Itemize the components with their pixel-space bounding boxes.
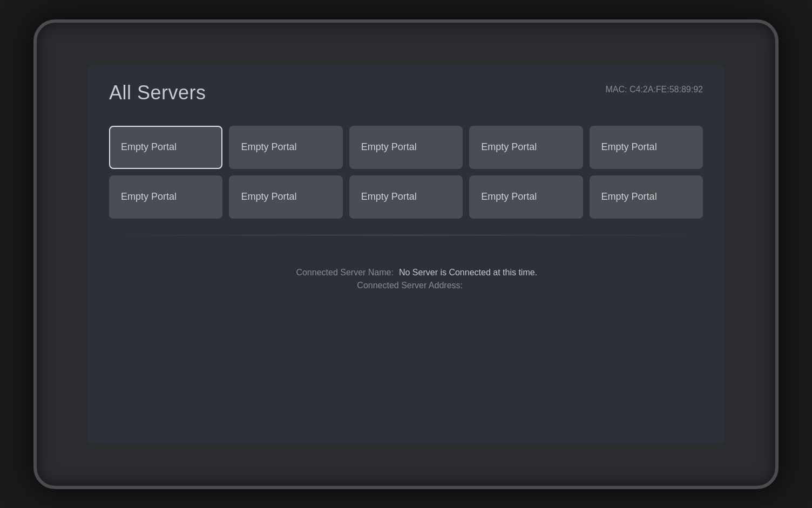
server-card-label-1: Empty Portal: [241, 141, 296, 153]
server-card-5[interactable]: Empty Portal: [109, 175, 222, 219]
server-address-label: Connected Server Address:: [344, 281, 463, 290]
server-card-label-2: Empty Portal: [361, 141, 417, 153]
server-card-label-4: Empty Portal: [601, 141, 657, 153]
server-card-label-7: Empty Portal: [361, 191, 417, 202]
divider: [109, 235, 703, 235]
server-name-label: Connected Server Name:: [275, 268, 394, 277]
connection-info: Connected Server Name: No Server is Conn…: [109, 268, 703, 290]
server-card-6[interactable]: Empty Portal: [229, 175, 342, 219]
server-card-label-3: Empty Portal: [481, 141, 537, 153]
mac-address: MAC: C4:2A:FE:58:89:92: [605, 85, 703, 94]
server-card-7[interactable]: Empty Portal: [349, 175, 463, 219]
server-grid: Empty PortalEmpty PortalEmpty PortalEmpt…: [109, 126, 703, 219]
server-card-9[interactable]: Empty Portal: [590, 175, 703, 219]
server-card-3[interactable]: Empty Portal: [469, 126, 583, 169]
server-name-row: Connected Server Name: No Server is Conn…: [275, 268, 537, 277]
server-address-row: Connected Server Address:: [344, 281, 468, 290]
server-card-label-6: Empty Portal: [241, 191, 296, 202]
server-card-label-8: Empty Portal: [481, 191, 537, 202]
server-card-label-0: Empty Portal: [121, 141, 177, 153]
server-card-2[interactable]: Empty Portal: [349, 126, 463, 169]
server-card-8[interactable]: Empty Portal: [469, 175, 583, 219]
server-name-value: No Server is Connected at this time.: [399, 268, 537, 277]
device-frame: All Servers MAC: C4:2A:FE:58:89:92 Empty…: [33, 19, 779, 489]
screen: All Servers MAC: C4:2A:FE:58:89:92 Empty…: [87, 65, 725, 443]
server-card-1[interactable]: Empty Portal: [229, 126, 342, 169]
header: All Servers MAC: C4:2A:FE:58:89:92: [109, 82, 703, 104]
server-card-label-9: Empty Portal: [601, 191, 657, 202]
server-card-4[interactable]: Empty Portal: [590, 126, 703, 169]
server-card-0[interactable]: Empty Portal: [109, 126, 222, 169]
page-title: All Servers: [109, 82, 206, 104]
server-card-label-5: Empty Portal: [121, 191, 177, 202]
